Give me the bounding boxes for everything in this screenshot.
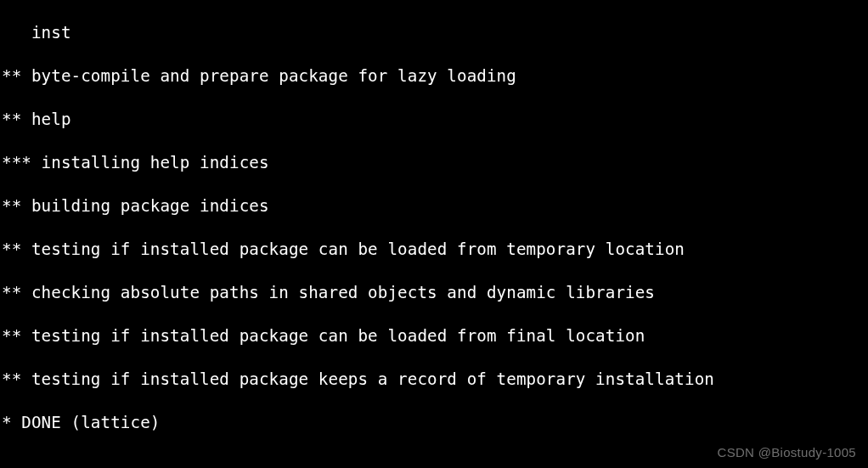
terminal-line: *** installing help indices <box>2 152 868 174</box>
terminal-line: ** testing if installed package can be l… <box>2 325 868 347</box>
terminal-line: ** checking absolute paths in shared obj… <box>2 282 868 304</box>
terminal-line: ** help <box>2 109 868 131</box>
watermark-text: CSDN @Biostudy-1005 <box>718 445 857 460</box>
terminal-output[interactable]: inst ** byte-compile and prepare package… <box>0 0 868 468</box>
terminal-line: ** byte-compile and prepare package for … <box>2 65 868 87</box>
terminal-line: inst <box>2 22 868 44</box>
terminal-line: ** testing if installed package can be l… <box>2 239 868 261</box>
terminal-line: * DONE (lattice) <box>2 412 868 434</box>
terminal-line: ** testing if installed package keeps a … <box>2 369 868 391</box>
terminal-line: ** building package indices <box>2 195 868 217</box>
